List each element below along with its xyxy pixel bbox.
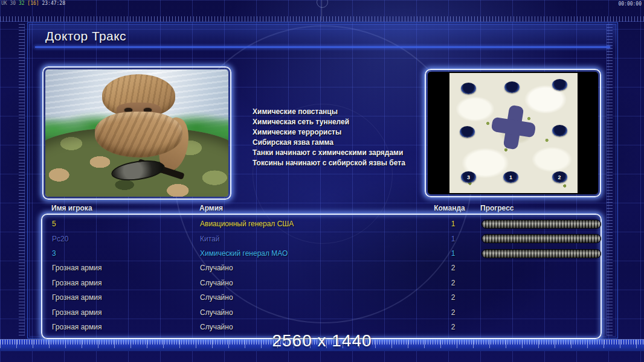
player-row: Грозная армияСлучайно2 [43, 261, 599, 275]
map-image: 312 [449, 73, 578, 193]
progress-bar [481, 249, 601, 258]
player-army: Авиационный генерал США [200, 220, 294, 228]
feature-item: Химические повстанцы [253, 107, 405, 117]
spawn-point-marker: 1 [503, 171, 518, 183]
spawn-point-marker: 2 [552, 171, 567, 183]
perf-segment: 23:47:28 [42, 1, 65, 6]
general-portrait [42, 66, 231, 200]
title-divider [35, 46, 610, 48]
match-timer: 00:00:00 [618, 1, 642, 7]
faction-features-list: Химические повстанцыХимическая сеть тунн… [253, 107, 405, 168]
spawn-point-marker [461, 83, 476, 94]
perf-segment: [16] [27, 1, 42, 6]
players-table: 5Авиационный генерал США1Pc20Китай13Хими… [41, 214, 602, 339]
spawn-point-marker [460, 126, 475, 138]
column-army: Армия [199, 204, 223, 212]
headscarf-wrap [95, 112, 182, 157]
feature-item: Химические террористы [253, 127, 405, 138]
spawn-point-marker [552, 125, 567, 136]
player-team: 1 [429, 220, 477, 228]
player-army: Случайно [200, 279, 233, 287]
page-title: Доктор Тракс [45, 29, 126, 43]
player-team: 2 [429, 279, 477, 287]
spawn-point-marker [504, 81, 520, 93]
player-row: 3Химический генерал МАО1 [43, 246, 599, 261]
player-team: 2 [429, 293, 477, 302]
player-row: Pc20Китай1 [43, 231, 599, 246]
progress-fill [482, 220, 601, 228]
feature-item: Химическая сеть туннелей [253, 117, 405, 127]
portrait-art [45, 69, 228, 197]
generals-loading-screen: UK 30 32 [16] 23:47:28 00:00:00 Доктор Т… [0, 0, 644, 362]
player-name: Грозная армия [52, 308, 101, 317]
player-team: 1 [429, 249, 477, 258]
player-team: 2 [429, 323, 477, 331]
perf-segment: UK 30 [1, 1, 19, 6]
perf-segment: 32 [19, 1, 27, 6]
progress-fill [482, 250, 601, 258]
player-army: Случайно [200, 323, 233, 331]
player-name: 3 [52, 249, 56, 258]
feature-item: Танки начинают с химическими зарядами [253, 148, 405, 158]
player-team: 2 [429, 264, 477, 272]
player-name: 5 [52, 220, 56, 228]
map-letterbox: 312 [428, 72, 598, 194]
map-center-cross [489, 102, 538, 151]
spawn-point-marker: 3 [461, 171, 476, 183]
column-team: Команда [427, 204, 472, 212]
player-team: 1 [429, 235, 477, 243]
player-name: Грозная армия [52, 293, 101, 302]
ruler-left [19, 24, 25, 335]
player-row: Грозная армияСлучайно2 [43, 290, 599, 305]
player-name: Грозная армия [52, 264, 101, 272]
player-team: 2 [429, 308, 477, 317]
player-row: Грозная армияСлучайно2 [43, 276, 599, 290]
crosshair-dot [317, 0, 328, 8]
ruler-top [0, 16, 644, 22]
column-progress: Прогресс [480, 204, 514, 212]
player-army: Китай [200, 235, 219, 243]
spawn-point-marker [552, 79, 567, 91]
progress-bar [481, 220, 601, 229]
progress-fill [482, 235, 601, 243]
progress-bar [481, 234, 601, 243]
player-army: Случайно [200, 308, 233, 317]
player-army: Химический генерал МАО [200, 249, 288, 258]
resolution-label: 2560 x 1440 [0, 331, 644, 351]
map-preview: 312 [425, 69, 601, 197]
players-table-body: 5Авиационный генерал США1Pc20Китай13Хими… [43, 217, 599, 336]
player-name: Pc20 [52, 235, 68, 243]
feature-item: Сибирская язва гамма [253, 138, 405, 148]
column-player-name: Имя игрока [51, 204, 92, 212]
player-army: Случайно [200, 293, 233, 302]
player-row: Грозная армияСлучайно2 [43, 305, 599, 319]
player-name: Грозная армия [52, 323, 101, 331]
player-army: Случайно [200, 264, 233, 272]
player-row: 5Авиационный генерал США1 [43, 217, 599, 231]
feature-item: Токсины начинают с сибирской язвы бета [253, 158, 405, 168]
perf-overlay: UK 30 32 [16] 23:47:28 [1, 1, 65, 6]
player-name: Грозная армия [52, 279, 101, 287]
